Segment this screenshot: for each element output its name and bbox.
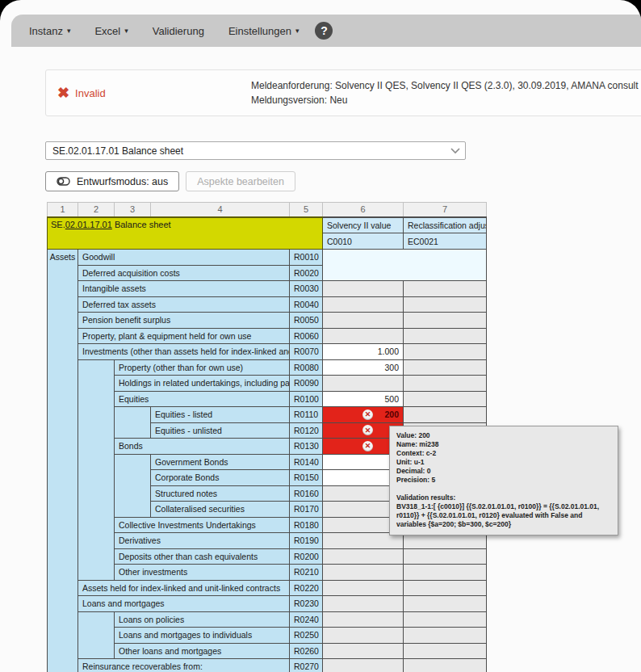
menu-einstellungen[interactable]: Einstellungen ▾ <box>228 25 300 37</box>
row-code-r0040: R0040 <box>290 296 323 313</box>
value-cell-ec0021-r0110 <box>404 407 487 423</box>
column-header-solvency: Solvency II value <box>323 217 404 233</box>
table-row-r0270: Reinsurance recoverables from:R0270 <box>48 659 487 672</box>
indent-cell <box>78 454 115 470</box>
table-row-r0220: Assets held for index-linked and unit-li… <box>48 580 487 596</box>
column-number-cell: 2 <box>78 203 115 217</box>
row-label-r0030: Intangible assets <box>78 281 290 297</box>
row-label-r0230: Loans and mortgages <box>78 596 290 612</box>
menu-instanz-label: Instanz <box>29 25 63 37</box>
menu-excel[interactable]: Excel ▾ <box>94 25 128 37</box>
indent-cell <box>78 485 115 502</box>
menu-excel-label: Excel <box>94 25 120 37</box>
value-cell-ec0021-r0200 <box>404 548 487 565</box>
column-number-cell: 4 <box>151 203 290 217</box>
value-cell-ec0021-r0270 <box>404 659 487 672</box>
template-select[interactable]: SE.02.01.17.01 Balance sheet <box>45 141 466 160</box>
row-code-r0130: R0130 <box>290 439 323 455</box>
table-row-r0230: Loans and mortgagesR0230 <box>48 596 487 612</box>
column-number-cell: 7 <box>404 203 487 217</box>
column-number-cell: 6 <box>323 203 404 217</box>
row-code-r0080: R0080 <box>290 359 323 376</box>
table-row-r0060: Property, plant & equipment held for own… <box>48 328 487 344</box>
row-label-r0220: Assets held for index-linked and unit-li… <box>78 580 290 596</box>
value-cell-c0010-r0200 <box>323 548 404 565</box>
indent-cell <box>78 439 115 455</box>
tooltip-fact-lines: Value: 200Name: mi238Context: c-2Unit: u… <box>396 431 611 485</box>
row-label-r0160: Structured notes <box>151 485 290 502</box>
main-toolbar: Instanz ▾ Excel ▾ Validierung Einstellun… <box>11 15 641 47</box>
toggle-off-icon <box>57 177 70 186</box>
sheet-title-suffix: Balance sheet <box>112 220 171 229</box>
row-label-r0240: Loans on policies <box>115 611 290 628</box>
help-icon[interactable]: ? <box>315 22 333 40</box>
row-label-r0190: Derivatives <box>115 533 290 549</box>
indent-cell <box>78 359 115 376</box>
row-code-r0100: R0100 <box>290 391 323 407</box>
value-cell-c0010-r0070[interactable]: 1.000 <box>323 344 404 360</box>
table-row-r0010: AssetsGoodwillR0010 <box>48 250 487 266</box>
row-label-r0020: Deferred acquisition costs <box>78 265 290 281</box>
row-code-r0190: R0190 <box>290 533 323 549</box>
value-cell-c0010-r0110[interactable]: ✕200 <box>323 407 404 423</box>
column-number-cell: 5 <box>290 203 323 217</box>
sheet-title-link[interactable]: 02.01.17.01 <box>65 220 112 229</box>
value-cell-c0010-r0270 <box>323 659 404 672</box>
row-code-r0120: R0120 <box>290 422 323 439</box>
indent-cell <box>78 407 115 423</box>
value-cell-ec0021-r0050 <box>404 313 487 329</box>
value-cell-ec0021-r0040 <box>404 296 487 313</box>
row-code-r0020: R0020 <box>290 265 323 281</box>
row-code-r0210: R0210 <box>290 565 323 581</box>
row-code-r0060: R0060 <box>290 328 323 344</box>
row-label-r0060: Property, plant & equipment held for own… <box>78 328 290 344</box>
merged-empty-cell <box>323 250 487 281</box>
row-label-r0100: Equities <box>115 391 290 407</box>
value-cell-ec0021-r0030 <box>404 281 487 297</box>
status-label: Invalid <box>75 87 106 99</box>
tooltip-line: Decimal: 0 <box>396 467 611 476</box>
indent-cell <box>115 485 151 502</box>
row-label-r0170: Collateralised securities <box>151 502 290 518</box>
edit-aspects-label: Aspekte bearbeiten <box>197 176 284 187</box>
indent-cell <box>78 548 115 565</box>
table-row-r0200: Deposits other than cash equivalentsR020… <box>48 548 487 565</box>
template-select-value: SE.02.01.17.01 Balance sheet <box>52 145 183 157</box>
menu-validierung-label: Validierung <box>153 25 204 37</box>
row-label-r0090: Holdings in related undertakings, includ… <box>115 376 290 392</box>
indent-cell <box>115 470 151 486</box>
value-cell-c0010-r0080[interactable]: 300 <box>323 359 404 376</box>
draft-mode-button[interactable]: Entwurfsmodus: aus <box>45 171 179 191</box>
invalid-x-icon: ✖ <box>57 86 69 100</box>
action-buttons: Entwurfsmodus: aus Aspekte bearbeiten <box>45 171 295 191</box>
report-info: Meldeanforderung: Solvency II QES, Solve… <box>251 78 639 107</box>
menu-instanz[interactable]: Instanz ▾ <box>29 25 70 37</box>
table-row-r0250: Loans and mortgages to individualsR0250 <box>48 628 487 644</box>
row-label-r0110: Equities - listed <box>151 407 290 423</box>
row-code-r0200: R0200 <box>290 548 323 565</box>
column-code-c0010: C0010 <box>323 233 404 250</box>
validation-status: ✖ Invalid <box>57 70 106 116</box>
table-row-r0260: Other loans and mortgagesR0260 <box>48 643 487 659</box>
value-cell-c0010-r0100[interactable]: 500 <box>323 391 404 407</box>
tooltip-line: Value: 200 <box>396 431 611 440</box>
error-x-icon: ✕ <box>362 441 373 452</box>
row-code-r0010: R0010 <box>290 250 323 266</box>
table-row-r0040: Deferred tax assetsR0040 <box>48 296 487 313</box>
indent-cell <box>115 502 151 518</box>
draft-mode-label: Entwurfsmodus: aus <box>77 176 168 187</box>
row-code-r0030: R0030 <box>290 281 323 297</box>
indent-cell <box>115 407 151 423</box>
row-code-r0140: R0140 <box>290 454 323 470</box>
value-cell-ec0021-r0260 <box>404 643 487 659</box>
sheet-title-cell: SE.02.01.17.01 Balance sheet <box>48 217 323 250</box>
tooltip-line: Name: mi238 <box>396 440 611 449</box>
chevron-down-icon: ▾ <box>67 27 71 35</box>
edit-aspects-button[interactable]: Aspekte bearbeiten <box>186 171 295 191</box>
row-code-r0070: R0070 <box>290 344 323 360</box>
tooltip-validation-header: Validation results: <box>396 494 611 502</box>
menu-validierung[interactable]: Validierung <box>153 25 204 37</box>
row-code-r0180: R0180 <box>290 517 323 533</box>
error-value: 200 <box>378 410 399 419</box>
sheet-title-prefix: SE. <box>51 220 65 229</box>
